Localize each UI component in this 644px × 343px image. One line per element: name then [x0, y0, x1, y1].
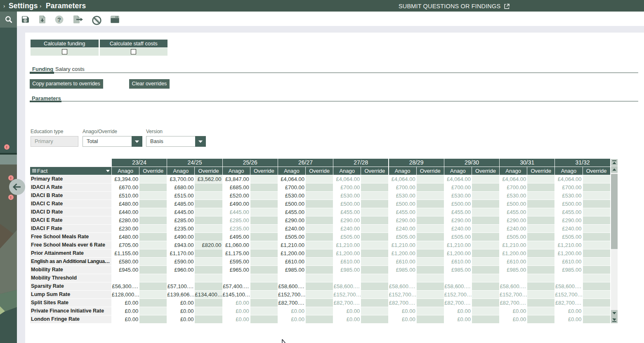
svg-text:?: ? [57, 16, 61, 23]
